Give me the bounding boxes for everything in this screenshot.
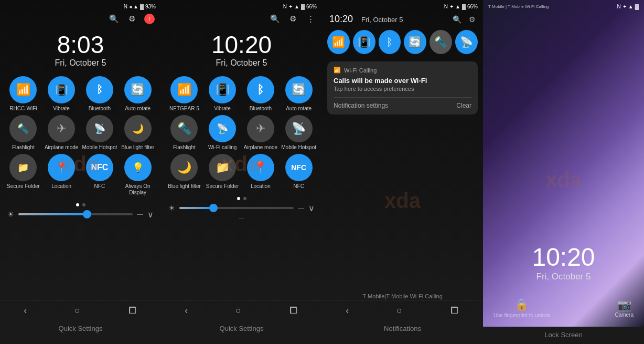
tile-bluetooth-label-2: Bluetooth	[250, 106, 272, 112]
tile-wifi-icon-1[interactable]: 📶	[9, 76, 37, 103]
tile-wificall-label-2: Wi-Fi calling	[208, 144, 237, 151]
nfc-icon-3: N	[444, 4, 448, 9]
brightness-thumb-1[interactable]	[83, 210, 91, 218]
tile-wifi-icon-2[interactable]: 📶	[170, 76, 198, 103]
tile-location-icon-2[interactable]: 📍	[247, 154, 274, 181]
notif-settings-btn[interactable]: Notification settings	[334, 102, 388, 109]
search-icon-2[interactable]: 🔍	[270, 14, 280, 24]
brightness-slider-1[interactable]	[18, 213, 133, 215]
tile-filter-icon-1[interactable]: 🌙	[124, 115, 152, 142]
tile-hotspot-icon-1[interactable]: 📡	[86, 115, 113, 142]
tile-flashlight-icon-2[interactable]: 🔦	[170, 115, 198, 142]
tile-rotate-1[interactable]: 🔄 Auto rotate	[120, 76, 156, 112]
tile-hotspot-1[interactable]: 📡 Mobile Hotspot	[82, 115, 118, 151]
wifi-icon-1: ▲	[133, 4, 138, 9]
notif-time-header: 10:20 Fri, October 5 🔍 ⚙	[322, 12, 483, 27]
more-icon-2[interactable]: ⋮	[305, 14, 316, 24]
back-btn-1[interactable]: ‹	[24, 305, 27, 316]
notif-search-icon[interactable]: 🔍	[453, 15, 461, 24]
handle-1: —	[0, 222, 161, 226]
battery-icon-4: ▓	[635, 4, 639, 9]
tile-folder-1[interactable]: 📁 Secure Folder	[5, 154, 41, 196]
battery-icon-2: ▓ 66%	[301, 4, 317, 9]
lock-fingerprint[interactable]: 🔒 Use fingerprint to unlock	[493, 298, 550, 318]
search-icon-1[interactable]: 🔍	[109, 14, 119, 24]
tile-bluetooth-1[interactable]: ᛒ Bluetooth	[82, 76, 118, 112]
notif-tile-flashlight[interactable]: 🔦	[430, 30, 452, 54]
notif-settings-icon[interactable]: ⚙	[469, 15, 476, 24]
tile-location-2[interactable]: 📍 Location	[243, 154, 279, 190]
tile-airplane-2[interactable]: ✈ Airplane mode	[243, 115, 279, 151]
notif-tile-bt[interactable]: ᛒ	[379, 30, 401, 54]
tile-rotate-2[interactable]: 🔄 Auto rotate	[281, 76, 317, 112]
tile-location-1[interactable]: 📍 Location	[44, 154, 80, 196]
settings-icon-2[interactable]: ⚙	[287, 14, 298, 24]
tile-filter-2[interactable]: 🌙 Blue light filter	[166, 154, 202, 190]
back-btn-3[interactable]: ‹	[346, 305, 349, 316]
tile-wifi-2[interactable]: 📶 NETGEAR 5	[166, 76, 202, 112]
tile-bluetooth-2[interactable]: ᛒ Bluetooth	[243, 76, 279, 112]
tile-vibrate-2[interactable]: 📳 Vibrate	[205, 76, 241, 112]
tile-airplane-icon-2[interactable]: ✈	[247, 115, 274, 142]
tile-vibrate-icon-2[interactable]: 📳	[209, 76, 236, 103]
brightness-slider-2[interactable]	[179, 207, 294, 209]
back-btn-2[interactable]: ‹	[185, 305, 188, 316]
tile-airplane-icon-1[interactable]: ✈	[48, 115, 75, 142]
tile-hotspot-2[interactable]: 📡 Mobile Hotspot	[281, 115, 317, 151]
notif-tile-wificall[interactable]: 📡	[455, 30, 478, 54]
notif-tile-vibrate[interactable]: 📳	[353, 30, 375, 54]
home-btn-3[interactable]: ○	[396, 305, 402, 316]
tile-nfc-icon-1[interactable]: NFC	[86, 154, 113, 181]
tile-wificall-2[interactable]: 📡 Wi-Fi calling	[205, 115, 241, 151]
notification-badge-1[interactable]: !	[144, 14, 155, 24]
tile-airplane-1[interactable]: ✈ Airplane mode	[44, 115, 80, 151]
settings-icon-1[interactable]: ⚙	[126, 14, 137, 24]
screen2-wrapper: N ✦ ▲ ▓ 66% 🔍 ⚙ ⋮ 10:20 Fri, October 5 x…	[161, 0, 322, 344]
tile-nfc-icon-2[interactable]: NFC	[285, 154, 313, 181]
notif-card-subtitle: Tap here to access preferences	[334, 86, 471, 92]
tile-location-icon-1[interactable]: 📍	[48, 154, 75, 181]
recents-btn-3[interactable]: ⧠	[450, 305, 459, 316]
tile-folder-icon-1[interactable]: 📁	[9, 154, 37, 181]
notif-clear-btn[interactable]: Clear	[456, 102, 471, 109]
tile-nfc-2[interactable]: NFC NFC	[281, 154, 317, 190]
tile-vibrate-icon-1[interactable]: 📳	[48, 76, 75, 103]
signal-icon-4: ▲	[628, 4, 634, 9]
nfc-icon-1: N	[124, 4, 127, 9]
tile-wificall-icon-2[interactable]: 📡	[209, 115, 236, 142]
tile-bluetooth-icon-2[interactable]: ᛒ	[247, 76, 274, 103]
tile-vibrate-1[interactable]: 📳 Vibrate	[44, 76, 80, 112]
home-btn-1[interactable]: ○	[74, 305, 80, 316]
recents-btn-1[interactable]: ⧠	[128, 305, 137, 316]
tile-aod-icon-1[interactable]: 💡	[124, 154, 152, 181]
tile-folder-2[interactable]: 📁 Secure Folder	[205, 154, 241, 190]
notif-tile-rotate[interactable]: 🔄	[404, 30, 426, 54]
tile-filter-icon-2[interactable]: 🌙	[170, 154, 198, 181]
brightness-expand-2[interactable]: ∨	[308, 203, 315, 213]
camera-shortcut[interactable]: 📷 Camera	[615, 298, 634, 318]
tile-rotate-icon-1[interactable]: 🔄	[124, 76, 152, 103]
notif-date: Fri, October 5	[361, 16, 403, 24]
tile-nfc-1[interactable]: NFC NFC	[82, 154, 118, 196]
tile-rotate-icon-2[interactable]: 🔄	[285, 76, 313, 103]
header-icons-2: 🔍 ⚙ ⋮	[161, 12, 322, 26]
status-bar-3: N ✦ ▲ ▓ 66%	[322, 0, 483, 12]
brightness-thumb-2[interactable]	[209, 204, 218, 212]
brightness-expand-1[interactable]: ∨	[147, 210, 154, 220]
status-icons-3: N ✦ ▲ ▓ 66%	[444, 4, 478, 9]
recents-btn-2[interactable]: ⧠	[289, 305, 298, 316]
camera-icon[interactable]: 📷	[615, 298, 634, 312]
tile-flashlight-1[interactable]: 🔦 Flashlight	[5, 115, 41, 151]
notif-tile-wifi[interactable]: 📶	[327, 30, 350, 54]
tile-folder-icon-2[interactable]: 📁	[209, 154, 236, 181]
time-display-2: 10:20 Fri, October 5	[161, 26, 322, 76]
screen2-label: Quick Settings	[220, 320, 264, 335]
tile-flashlight-icon-1[interactable]: 🔦	[9, 115, 37, 142]
tile-aod-1[interactable]: 💡 Always On Display	[120, 154, 156, 196]
tile-bluetooth-icon-1[interactable]: ᛒ	[86, 76, 113, 103]
home-btn-2[interactable]: ○	[235, 305, 241, 316]
tile-filter-1[interactable]: 🌙 Blue light filter	[120, 115, 156, 151]
tile-flashlight-2[interactable]: 🔦 Flashlight	[166, 115, 202, 151]
tile-hotspot-icon-2[interactable]: 📡	[285, 115, 313, 142]
tile-wifi-1[interactable]: 📶 RHCC-WiFi	[5, 76, 41, 112]
